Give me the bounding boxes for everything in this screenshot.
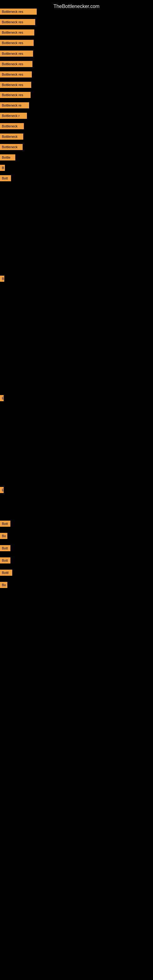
- bottleneck-button-10[interactable]: Bottleneck re: [0, 102, 29, 108]
- bottleneck-button-26[interactable]: Bo: [0, 582, 7, 588]
- bottleneck-button-2[interactable]: Bottleneck res: [0, 19, 35, 25]
- bottleneck-button-9[interactable]: Bottleneck res: [0, 92, 30, 98]
- bottleneck-button-1[interactable]: Bottleneck res: [0, 9, 37, 15]
- bottleneck-button-13[interactable]: Bottleneck: [0, 134, 23, 140]
- bottleneck-button-16[interactable]: B: [0, 165, 5, 171]
- bottleneck-button-20[interactable]: E: [0, 487, 4, 493]
- bottleneck-button-14[interactable]: Bottleneck: [0, 144, 22, 150]
- bottleneck-button-21[interactable]: Bott: [0, 520, 10, 527]
- bottleneck-button-5[interactable]: Bottleneck res: [0, 51, 33, 57]
- bottleneck-button-6[interactable]: Bottleneck res: [0, 61, 32, 67]
- bottleneck-button-12[interactable]: Bottleneck: [0, 123, 24, 129]
- bottleneck-button-11[interactable]: Bottleneck r: [0, 113, 27, 119]
- bottleneck-button-15[interactable]: Bottle: [0, 154, 15, 161]
- bottleneck-button-22[interactable]: Bo: [0, 533, 7, 539]
- bottleneck-button-17[interactable]: Bott: [0, 175, 11, 181]
- bottleneck-button-4[interactable]: Bottleneck res: [0, 40, 33, 46]
- bottleneck-button-7[interactable]: Bottleneck res: [0, 72, 32, 78]
- bottleneck-button-8[interactable]: Bottleneck res: [0, 82, 31, 88]
- bottleneck-button-19[interactable]: E: [0, 395, 4, 401]
- bottleneck-button-23[interactable]: Bott: [0, 545, 10, 551]
- bottleneck-button-24[interactable]: Bott: [0, 557, 10, 563]
- bottleneck-button-25[interactable]: Bottl: [0, 570, 12, 576]
- bottleneck-button-3[interactable]: Bottleneck res: [0, 29, 34, 35]
- bottleneck-button-18[interactable]: B: [0, 275, 4, 282]
